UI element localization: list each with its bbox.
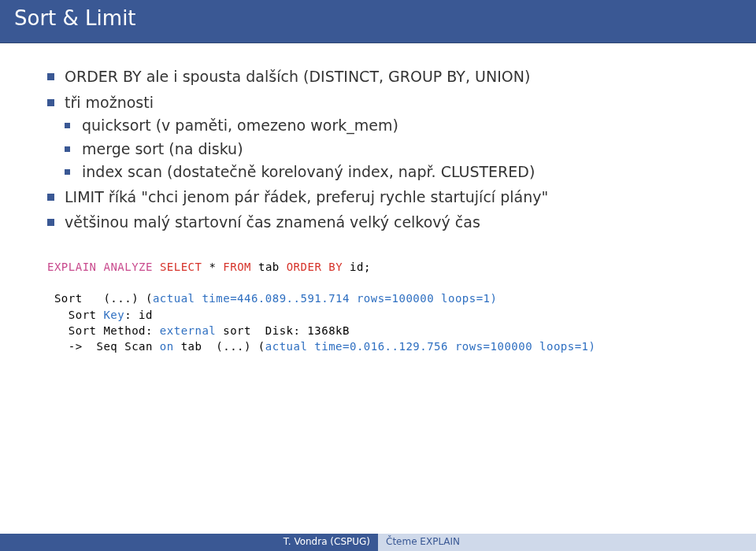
- plan-text: -> Seq Scan: [47, 340, 160, 353]
- plan-text: Sort (...) (: [47, 292, 153, 305]
- code-block: EXPLAIN ANALYZE SELECT * FROM tab ORDER …: [47, 259, 709, 355]
- sublist: quicksort (v paměti, omezeno work_mem) m…: [65, 115, 709, 183]
- plan-text: tab (...) (: [174, 340, 265, 353]
- plan-text: Sort Method:: [47, 324, 160, 337]
- sql-token: id;: [350, 261, 371, 273]
- plan-text: Sort: [47, 309, 103, 321]
- list-item: LIMIT říká "chci jenom pár řádek, prefer…: [47, 186, 709, 209]
- plan-keyword: external: [160, 324, 216, 337]
- footer-right: Čteme EXPLAIN: [378, 534, 756, 551]
- sql-keyword: FROM: [223, 261, 251, 273]
- list-item: většinou malý startovní čas znamená velk…: [47, 211, 709, 234]
- footer-left: T. Vondra (CSPUG): [0, 534, 378, 551]
- slide-header: Sort & Limit: [0, 0, 756, 43]
- plan-text: time=0.016..129.756 rows=100000 loops=1): [307, 340, 595, 353]
- sublist-item: merge sort (na disku): [65, 139, 709, 160]
- slide-title: Sort & Limit: [14, 6, 136, 30]
- sql-keyword: SELECT: [160, 261, 202, 273]
- plan-text: time=446.089..591.714 rows=100000 loops=…: [195, 292, 498, 305]
- sql-token: tab: [258, 261, 280, 273]
- sql-token: *: [209, 261, 216, 273]
- sql-keyword: EXPLAIN: [47, 261, 97, 273]
- plan-text: sort Disk: 1368kB: [216, 324, 350, 337]
- plan-keyword: actual: [265, 340, 308, 353]
- plan-keyword: Key: [103, 309, 124, 321]
- list-item: ORDER BY ale i spousta dalších (DISTINCT…: [47, 65, 709, 88]
- plan-keyword: actual: [153, 292, 195, 305]
- list-item-text: tři možnosti: [65, 94, 154, 111]
- sublist-item: quicksort (v paměti, omezeno work_mem): [65, 115, 709, 136]
- sql-keyword: ORDER BY: [287, 261, 343, 273]
- plan-keyword: on: [160, 340, 174, 353]
- list-item: tři možnosti quicksort (v paměti, omezen…: [47, 91, 709, 183]
- slide-content: ORDER BY ale i spousta dalších (DISTINCT…: [0, 43, 756, 363]
- bullet-list: ORDER BY ale i spousta dalších (DISTINCT…: [47, 65, 709, 234]
- plan-text: : id: [124, 309, 153, 321]
- footer: T. Vondra (CSPUG) Čteme EXPLAIN: [0, 534, 756, 551]
- sublist-item: index scan (dostatečně korelovaný index,…: [65, 161, 709, 183]
- sql-keyword: ANALYZE: [103, 261, 153, 273]
